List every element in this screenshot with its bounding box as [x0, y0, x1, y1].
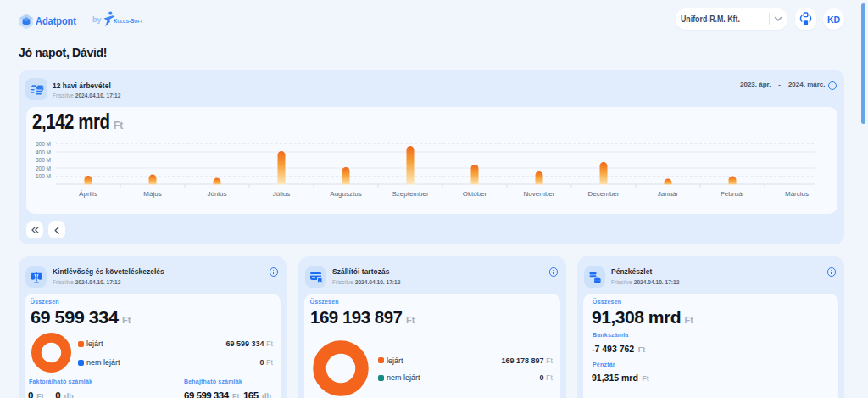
svg-text:100 M: 100 M	[36, 173, 51, 179]
svg-text:Március: Március	[785, 190, 809, 198]
svg-text:300 M: 300 M	[36, 157, 51, 163]
svg-text:Július: Július	[273, 190, 290, 198]
svg-text:Augusztus: Augusztus	[330, 190, 361, 198]
svg-text:400 M: 400 M	[36, 149, 51, 155]
svg-text:Május: Május	[143, 190, 161, 198]
svg-text:Június: Június	[207, 190, 226, 198]
svg-text:December: December	[588, 190, 620, 198]
svg-text:200 M: 200 M	[36, 165, 51, 171]
svg-text:November: November	[524, 190, 555, 198]
svg-text:500 M: 500 M	[36, 141, 51, 147]
svg-text:Január: Január	[658, 190, 679, 198]
svg-text:Október: Október	[463, 190, 487, 198]
svg-text:Február: Február	[721, 190, 744, 198]
svg-text:Április: Április	[79, 190, 97, 198]
svg-text:Szeptember: Szeptember	[392, 190, 428, 198]
